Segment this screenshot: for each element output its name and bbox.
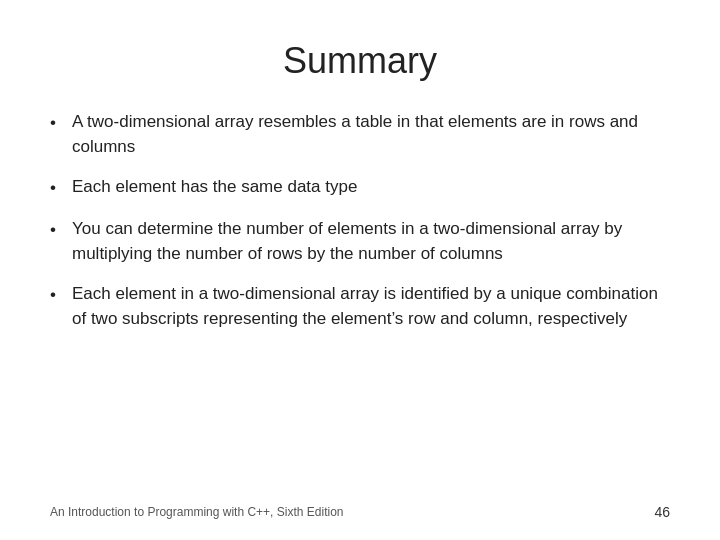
- bullet-dot-icon: •: [50, 176, 72, 201]
- bullet-text: A two-dimensional array resembles a tabl…: [72, 110, 670, 159]
- list-item: •A two-dimensional array resembles a tab…: [50, 110, 670, 159]
- bullet-text: You can determine the number of elements…: [72, 217, 670, 266]
- bullet-text: Each element has the same data type: [72, 175, 670, 200]
- bullet-dot-icon: •: [50, 111, 72, 136]
- slide-title: Summary: [50, 40, 670, 82]
- list-item: •Each element in a two-dimensional array…: [50, 282, 670, 331]
- slide-container: Summary •A two-dimensional array resembl…: [0, 0, 720, 540]
- bullet-text: Each element in a two-dimensional array …: [72, 282, 670, 331]
- footer-page-number: 46: [654, 504, 670, 520]
- bullet-dot-icon: •: [50, 218, 72, 243]
- list-item: •You can determine the number of element…: [50, 217, 670, 266]
- footer-left-text: An Introduction to Programming with C++,…: [50, 505, 343, 519]
- list-item: •Each element has the same data type: [50, 175, 670, 201]
- bullet-dot-icon: •: [50, 283, 72, 308]
- bullet-list: •A two-dimensional array resembles a tab…: [50, 110, 670, 494]
- slide-footer: An Introduction to Programming with C++,…: [50, 494, 670, 520]
